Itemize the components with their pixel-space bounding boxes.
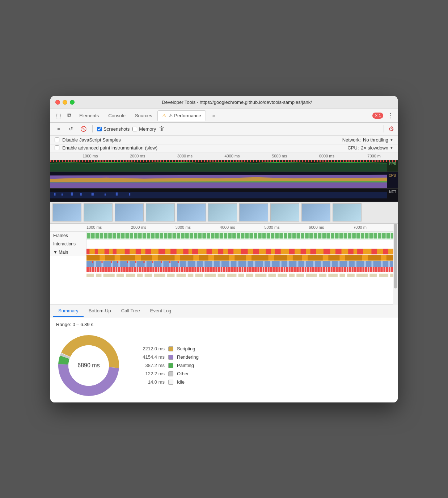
maximize-button[interactable]: [70, 100, 75, 105]
tab-bottom-up[interactable]: Bottom-Up: [84, 305, 116, 317]
warning-icon: ⚠: [162, 113, 166, 118]
disable-js-input[interactable]: [55, 138, 59, 142]
svg-rect-197: [126, 267, 128, 272]
memory-input[interactable]: [132, 127, 137, 131]
svg-rect-170: [92, 261, 93, 263]
tab-event-log[interactable]: Event Log: [145, 305, 177, 317]
timeline-ruler2: 1000 ms 2000 ms 3000 ms 4000 ms 5000 ms …: [50, 224, 398, 232]
svg-rect-233: [221, 267, 222, 272]
svg-rect-239: [236, 267, 238, 272]
enable-paint-input[interactable]: [55, 145, 59, 150]
svg-rect-100: [233, 249, 241, 254]
cpu-dropdown-arrow[interactable]: ▼: [390, 146, 393, 150]
svg-rect-83: [386, 233, 390, 239]
disable-js-checkbox[interactable]: Disable JavaScript Samples: [55, 137, 121, 143]
svg-rect-253: [273, 267, 275, 272]
svg-rect-243: [247, 267, 248, 272]
svg-rect-11: [116, 192, 118, 195]
cpu-select[interactable]: CPU: 2× slowdown ▼: [348, 145, 394, 151]
main-track-row: ▼ Main: [50, 248, 398, 305]
svg-rect-172: [111, 261, 112, 263]
svg-rect-266: [307, 267, 309, 272]
minimize-button[interactable]: [63, 100, 67, 105]
svg-rect-140: [147, 261, 152, 267]
svg-rect-240: [239, 267, 241, 272]
clear-button[interactable]: 🚫: [79, 124, 88, 134]
tab-performance[interactable]: ⚠ ⚠ Performance: [157, 110, 206, 121]
svg-rect-126: [293, 255, 302, 261]
tab-call-tree[interactable]: Call Tree: [116, 305, 145, 317]
svg-rect-291: [373, 267, 375, 272]
scrollbar-thumb[interactable]: [394, 224, 397, 288]
svg-rect-303: [103, 274, 115, 277]
svg-rect-320: [278, 274, 287, 277]
svg-rect-163: [339, 261, 347, 267]
screenshot-thumb: [84, 203, 113, 221]
svg-rect-186: [97, 267, 99, 272]
svg-rect-50: [245, 233, 249, 239]
scrollbar-track[interactable]: [393, 224, 398, 305]
screenshots-checkbox[interactable]: Screenshots: [97, 126, 130, 132]
svg-rect-216: [176, 267, 178, 272]
svg-rect-121: [199, 255, 208, 261]
screenshots-input[interactable]: [97, 127, 102, 131]
svg-rect-57: [275, 233, 279, 239]
svg-marker-0: [50, 162, 387, 171]
close-button[interactable]: [55, 100, 60, 105]
divider2: [384, 125, 384, 132]
tab-sources[interactable]: Sources: [131, 111, 157, 121]
network-select[interactable]: Network: No throttling ▼: [342, 137, 393, 143]
memory-checkbox[interactable]: Memory: [132, 126, 156, 132]
svg-rect-87: [89, 249, 95, 254]
svg-rect-62: [297, 233, 300, 239]
device-icon[interactable]: ⧉: [64, 110, 74, 121]
settings-gear-icon[interactable]: ⚙: [388, 125, 394, 133]
svg-rect-238: [233, 267, 236, 272]
svg-rect-271: [321, 267, 322, 272]
reload-button[interactable]: ↺: [66, 124, 76, 134]
inspect-icon[interactable]: ⬚: [53, 110, 63, 121]
svg-rect-306: [137, 274, 143, 277]
svg-rect-63: [301, 233, 304, 239]
svg-rect-313: [204, 274, 216, 277]
trash-button[interactable]: 🗑: [159, 126, 165, 132]
record-button[interactable]: ●: [54, 124, 63, 134]
tab-console[interactable]: Console: [104, 111, 130, 121]
svg-rect-43: [215, 233, 219, 239]
legend-painting: 387.2 ms Painting: [136, 363, 199, 368]
other-label: Other: [177, 371, 189, 376]
svg-rect-104: [281, 249, 289, 254]
svg-rect-111: [363, 249, 372, 254]
svg-rect-283: [352, 267, 354, 272]
svg-rect-10: [105, 193, 106, 195]
svg-rect-47: [232, 233, 236, 239]
tab-more[interactable]: »: [208, 111, 219, 121]
idle-value: 14.0 ms: [136, 379, 165, 385]
enable-paint-checkbox[interactable]: Enable advanced paint instrumentation (s…: [55, 145, 157, 151]
svg-rect-179: [169, 261, 170, 263]
legend-list: 2212.0 ms Scripting 4154.4 ms Rendering …: [136, 346, 199, 385]
svg-rect-220: [186, 267, 189, 272]
svg-rect-322: [296, 274, 304, 277]
svg-rect-267: [310, 267, 312, 272]
overview-tracks[interactable]: FPS CPU: [50, 160, 398, 202]
ruler2-4: 5000 ms: [264, 225, 309, 229]
bottom-tabs: Summary Bottom-Up Call Tree Event Log: [50, 305, 398, 317]
svg-rect-17: [104, 233, 107, 239]
tab-elements[interactable]: Elements: [75, 111, 103, 121]
svg-rect-237: [231, 267, 233, 272]
net-track: NET: [50, 189, 398, 202]
error-badge[interactable]: ✕ 1: [372, 113, 383, 119]
svg-rect-78: [365, 233, 369, 239]
svg-rect-231: [215, 267, 217, 272]
devtools-menu-button[interactable]: ⋮: [386, 111, 395, 120]
timeline-area[interactable]: 1000 ms 2000 ms 3000 ms 4000 ms 5000 ms …: [50, 224, 398, 305]
cpu-visual: [50, 172, 387, 188]
svg-rect-166: [366, 261, 372, 267]
svg-rect-96: [189, 249, 192, 254]
traffic-lights: [55, 100, 75, 105]
svg-rect-148: [214, 261, 220, 267]
network-dropdown-arrow[interactable]: ▼: [390, 138, 393, 142]
tab-summary[interactable]: Summary: [53, 305, 84, 317]
svg-rect-37: [190, 233, 193, 239]
